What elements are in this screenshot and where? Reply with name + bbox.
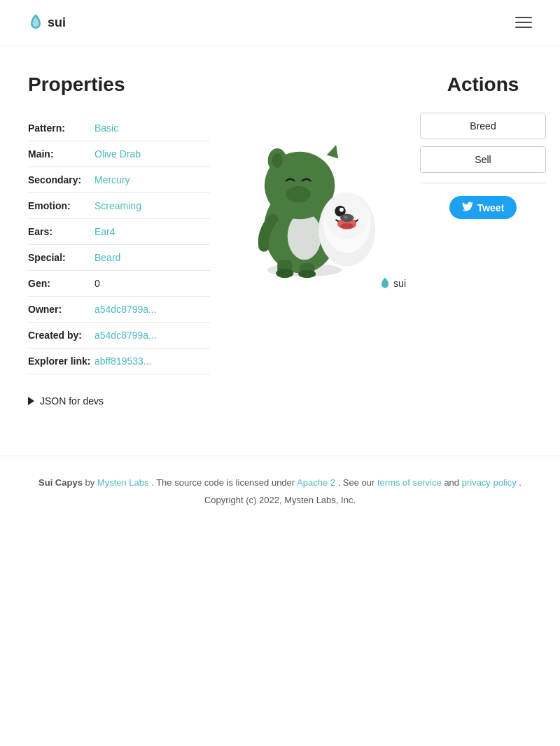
table-row: Owner: a54dc8799a... (28, 297, 210, 323)
prop-value-ears[interactable]: Ear4 (94, 226, 115, 237)
capybara-nft-image (224, 87, 378, 283)
prop-value-explorer[interactable]: abff819533... (94, 356, 151, 367)
properties-panel: Properties Pattern: Basic Main: Olive Dr… (28, 73, 210, 374)
logo[interactable]: sui (28, 13, 66, 32)
footer-line1: Sui Capys by Mysten Labs . The source co… (28, 477, 532, 488)
footer-see-text: . See our (338, 477, 377, 488)
table-row: Pattern: Basic (28, 115, 210, 141)
prop-value-secondary[interactable]: Mercury (94, 174, 130, 185)
sui-watermark-text: sui (393, 278, 406, 289)
svg-point-11 (340, 208, 344, 212)
twitter-icon (462, 202, 473, 213)
twitter-bird-icon (462, 202, 473, 211)
table-row: Special: Beard (28, 245, 210, 271)
prop-label-main: Main: (28, 141, 94, 167)
prop-label-created-by: Created by: (28, 323, 94, 349)
hamburger-line-1 (515, 17, 532, 18)
tweet-label: Tweet (477, 202, 505, 213)
prop-value-special[interactable]: Beard (94, 252, 120, 263)
prop-label-emotion: Emotion: (28, 193, 94, 219)
table-row: Main: Olive Drab (28, 141, 210, 167)
footer-privacy-link[interactable]: privacy policy (462, 477, 517, 488)
logo-text: sui (48, 15, 66, 30)
footer: Sui Capys by Mysten Labs . The source co… (0, 456, 560, 533)
svg-point-18 (276, 269, 293, 279)
json-devs-label: JSON for devs (40, 395, 104, 407)
collapse-triangle-icon (28, 397, 34, 405)
footer-and-text: and (444, 477, 461, 488)
footer-mysten-labs-link[interactable]: Mysten Labs (97, 477, 149, 488)
sui-watermark-icon (379, 276, 391, 290)
properties-title: Properties (28, 73, 210, 96)
prop-label-special: Special: (28, 245, 94, 271)
nft-image-area: sui (224, 73, 406, 374)
hamburger-line-3 (515, 27, 532, 28)
actions-divider (420, 183, 546, 183)
prop-value-pattern[interactable]: Basic (94, 122, 118, 134)
prop-value-main[interactable]: Olive Drab (94, 148, 141, 160)
actions-panel: Actions Breed Sell Tweet (420, 73, 546, 374)
footer-by-text: by (85, 477, 97, 488)
hamburger-menu[interactable] (515, 17, 532, 28)
footer-brand: Sui Capys (38, 477, 83, 488)
json-devs-section[interactable]: JSON for devs (0, 374, 560, 414)
table-row: Ears: Ear4 (28, 219, 210, 245)
svg-point-13 (340, 223, 354, 229)
prop-label-ears: Ears: (28, 219, 94, 245)
table-row: Emotion: Screaming (28, 193, 210, 219)
svg-point-19 (298, 270, 316, 279)
prop-label-gen: Gen: (28, 271, 94, 297)
footer-end-text: . (519, 477, 522, 488)
svg-point-2 (288, 213, 321, 260)
prop-label-owner: Owner: (28, 297, 94, 323)
sui-logo-icon (28, 13, 43, 32)
sell-button[interactable]: Sell (420, 146, 546, 173)
hamburger-line-2 (515, 22, 532, 23)
footer-copyright: Copyright (c) 2022, Mysten Labs, Inc. (28, 495, 532, 505)
properties-table: Pattern: Basic Main: Olive Drab Secondar… (28, 115, 210, 374)
svg-point-5 (272, 153, 282, 168)
footer-source-text: . The source code is licensed under (151, 477, 297, 488)
header: sui (0, 0, 560, 45)
prop-value-created-by[interactable]: a54dc8799a... (94, 330, 157, 341)
svg-point-6 (286, 186, 311, 202)
table-row: Explorer link: abff819533... (28, 349, 210, 374)
prop-label-secondary: Secondary: (28, 167, 94, 193)
prop-value-gen: 0 (94, 278, 100, 289)
table-row: Secondary: Mercury (28, 167, 210, 193)
tweet-button[interactable]: Tweet (449, 196, 517, 219)
footer-apache-link[interactable]: Apache 2 (297, 477, 335, 488)
table-row: Created by: a54dc8799a... (28, 323, 210, 349)
prop-value-emotion[interactable]: Screaming (94, 200, 141, 211)
footer-tos-link[interactable]: terms of service (377, 477, 442, 488)
prop-label-pattern: Pattern: (28, 115, 94, 141)
main-content: Properties Pattern: Basic Main: Olive Dr… (0, 45, 560, 374)
sui-watermark: sui (379, 276, 406, 290)
actions-title: Actions (420, 73, 546, 96)
table-row: Gen: 0 (28, 271, 210, 297)
breed-button[interactable]: Breed (420, 113, 546, 139)
svg-point-15 (344, 216, 348, 218)
prop-value-owner[interactable]: a54dc8799a... (94, 304, 157, 315)
nft-image-container: sui (224, 87, 406, 297)
prop-label-explorer: Explorer link: (28, 349, 94, 374)
